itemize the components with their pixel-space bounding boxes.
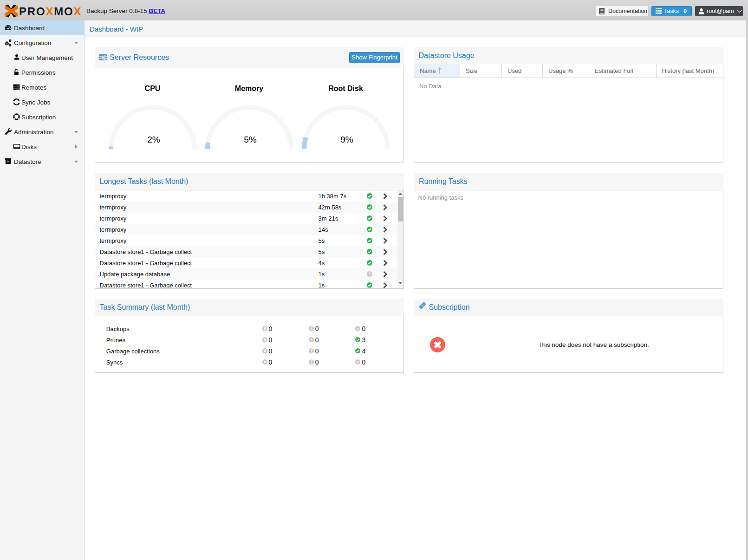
svg-text:?: ? xyxy=(368,271,371,276)
